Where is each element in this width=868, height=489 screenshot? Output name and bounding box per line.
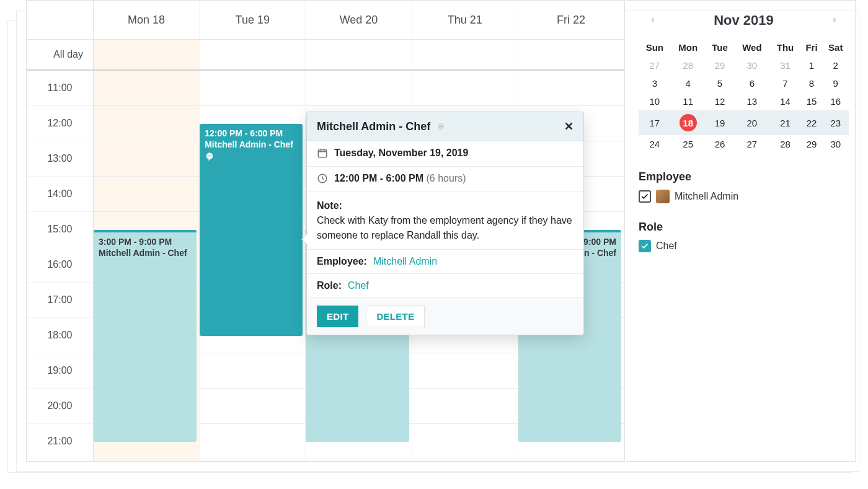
clock-icon: [317, 173, 328, 185]
minical-day[interactable]: 27: [639, 56, 671, 74]
minical-day[interactable]: 28: [769, 135, 800, 153]
weekday-header: Wed: [734, 38, 769, 56]
time-label: 19:00: [27, 353, 93, 389]
event-title: Mitchell Admin - Chef: [205, 139, 293, 149]
day-column-tue[interactable]: 12:00 PM - 6:00 PM Mitchell Admin - Chef: [200, 71, 306, 461]
minical-day[interactable]: 6: [734, 74, 769, 92]
event-time: 3:00 PM - 9:00 PM: [99, 236, 192, 247]
note-label: Note:: [317, 200, 342, 211]
weekday-header: Tue: [706, 38, 735, 56]
allday-cell[interactable]: [412, 40, 518, 69]
all-day-label: All day: [27, 40, 94, 69]
minical-day[interactable]: 16: [822, 92, 849, 110]
day-header-tue[interactable]: Tue 19: [200, 1, 306, 39]
day-column-mon[interactable]: 3:00 PM - 9:00 PM Mitchell Admin - Chef: [94, 71, 200, 461]
svg-point-2: [210, 156, 210, 156]
svg-point-7: [442, 126, 443, 126]
weekday-header: Sat: [822, 38, 849, 56]
time-label: 16:00: [27, 247, 93, 283]
minical-day[interactable]: 18: [671, 110, 706, 135]
popover-duration: (6 hours): [427, 173, 466, 183]
weekday-header: Fri: [801, 38, 823, 56]
role-label: Role:: [317, 280, 342, 291]
close-icon[interactable]: ✕: [564, 120, 574, 133]
time-label: 14:00: [27, 177, 93, 212]
minical-day[interactable]: 13: [734, 92, 769, 110]
role-link[interactable]: Chef: [348, 280, 369, 291]
minical-day[interactable]: 12: [706, 92, 735, 110]
minical-day[interactable]: 20: [734, 110, 769, 135]
role-filter-label: Chef: [656, 240, 677, 252]
minical-day[interactable]: 4: [671, 74, 706, 92]
minical-day[interactable]: 28: [671, 56, 706, 74]
popover-title: Mitchell Admin - Chef: [317, 120, 430, 133]
minical-day[interactable]: 19: [706, 110, 735, 135]
role-checkbox[interactable]: [639, 240, 651, 252]
prev-month-button[interactable]: [644, 11, 662, 30]
svg-point-5: [440, 126, 440, 126]
day-header-fri[interactable]: Fri 22: [518, 1, 624, 39]
minical-day[interactable]: 27: [734, 135, 769, 153]
minical-day[interactable]: 30: [822, 135, 849, 153]
minical-title: Nov 2019: [662, 12, 825, 29]
allday-cell[interactable]: [518, 40, 624, 69]
minical-day[interactable]: 29: [801, 135, 823, 153]
event-time: 12:00 PM - 6:00 PM: [205, 128, 298, 139]
minical-day[interactable]: 5: [706, 74, 735, 92]
event-tue[interactable]: 12:00 PM - 6:00 PM Mitchell Admin - Chef: [200, 124, 303, 336]
minical-day[interactable]: 30: [734, 56, 769, 74]
day-header-thu[interactable]: Thu 21: [412, 1, 518, 39]
note-icon: [436, 122, 446, 132]
minical-day[interactable]: 7: [769, 74, 800, 92]
minical-day[interactable]: 11: [671, 92, 706, 110]
minical-day[interactable]: 25: [671, 135, 706, 153]
time-label: 13:00: [27, 141, 93, 177]
popover-date: Tuesday, November 19, 2019: [334, 148, 468, 159]
allday-cell[interactable]: [200, 40, 306, 69]
delete-button[interactable]: DELETE: [366, 306, 425, 327]
role-section-title: Role: [639, 221, 849, 234]
minical-day[interactable]: 26: [706, 135, 735, 153]
minical-day[interactable]: 3: [639, 74, 671, 92]
time-label: 15:00: [27, 212, 93, 247]
next-month-button[interactable]: [825, 11, 844, 30]
minical-day[interactable]: 8: [801, 74, 823, 92]
note-icon: [205, 152, 215, 162]
employee-checkbox[interactable]: [639, 190, 651, 203]
avatar: [656, 190, 670, 203]
minical-day[interactable]: 31: [769, 56, 800, 74]
minical-day[interactable]: 14: [769, 92, 800, 110]
day-header-mon[interactable]: Mon 18: [94, 1, 200, 39]
weekday-header: Sun: [639, 38, 671, 56]
event-popover: Mitchell Admin - Chef ✕ Tuesday, Novembe…: [306, 112, 584, 335]
minical-day[interactable]: 17: [639, 110, 671, 135]
minical-day[interactable]: 21: [769, 110, 800, 135]
employee-link[interactable]: Mitchell Admin: [373, 256, 437, 267]
sidebar: Nov 2019 SunMonTueWedThuFriSat 272829303…: [626, 0, 856, 462]
allday-cell[interactable]: [94, 40, 200, 69]
minical-day[interactable]: 2: [822, 56, 849, 74]
mini-calendar: SunMonTueWedThuFriSat 272829303112345678…: [639, 38, 849, 153]
minical-day[interactable]: 23: [822, 110, 849, 135]
edit-button[interactable]: EDIT: [317, 306, 358, 327]
svg-point-3: [211, 156, 211, 156]
svg-point-1: [208, 156, 209, 156]
day-header-wed[interactable]: Wed 20: [306, 1, 412, 39]
note-text: Check with Katy from the employment agen…: [317, 215, 572, 240]
minical-day[interactable]: 22: [801, 110, 823, 135]
svg-point-6: [441, 126, 441, 126]
minical-day[interactable]: 29: [706, 56, 735, 74]
minical-day[interactable]: 10: [639, 92, 671, 110]
allday-cell[interactable]: [306, 40, 412, 69]
svg-rect-8: [318, 150, 327, 157]
time-label: 12:00: [27, 106, 93, 141]
employee-section-title: Employee: [639, 170, 849, 183]
event-title: Mitchell Admin - Chef: [99, 247, 192, 258]
minical-day[interactable]: 24: [639, 135, 671, 153]
time-label: 18:00: [27, 318, 93, 353]
event-mon[interactable]: 3:00 PM - 9:00 PM Mitchell Admin - Chef: [94, 230, 197, 442]
minical-day[interactable]: 9: [822, 74, 849, 92]
minical-day[interactable]: 15: [801, 92, 823, 110]
time-label: 17:00: [27, 283, 93, 318]
minical-day[interactable]: 1: [801, 56, 823, 74]
